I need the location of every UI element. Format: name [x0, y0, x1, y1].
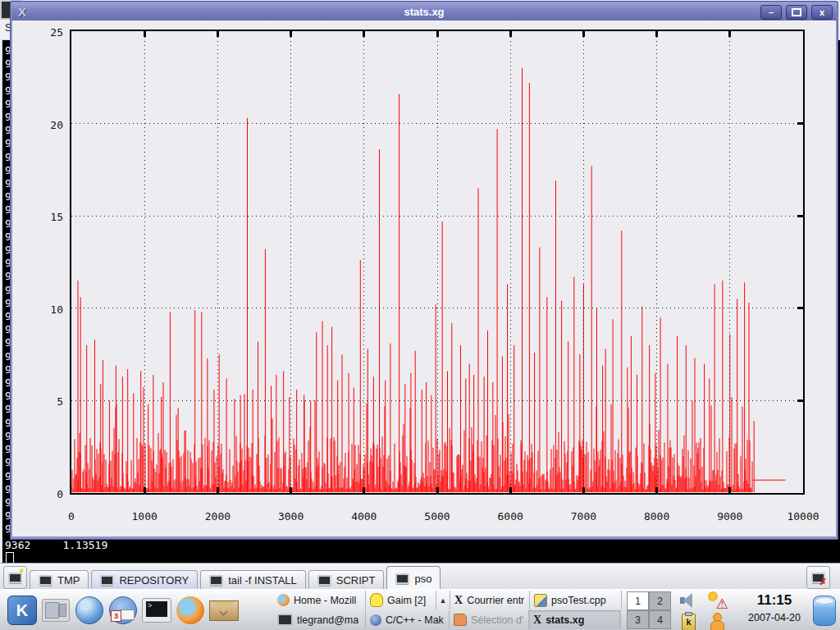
- firefox-icon: [176, 596, 204, 624]
- tab-label: SCRIPT: [336, 574, 376, 587]
- new-tab-button[interactable]: ✷: [3, 566, 27, 589]
- plot-area: 0510152025 01000200030004000500060007000…: [70, 30, 808, 542]
- pager-desktop-2[interactable]: 2: [649, 591, 671, 610]
- warning-icon[interactable]: [707, 591, 728, 610]
- task-c-c-mak[interactable]: C/C++ - Mak: [366, 610, 450, 629]
- kontact-icon: [109, 596, 137, 624]
- mail-launcher[interactable]: [208, 594, 240, 627]
- task-s-lection-d-a[interactable]: Sélection d'a: [450, 610, 529, 629]
- session-tabs: TMPREPOSITORYtail -f INSTALLSCRIPTpso: [30, 564, 441, 590]
- terminal-icon: [317, 575, 331, 586]
- kons-task-icon: [277, 614, 293, 626]
- terminal-icon: [39, 575, 52, 586]
- x-tick-label: 8000: [634, 510, 680, 523]
- ff-task-icon: [277, 594, 290, 606]
- glass-icon[interactable]: [813, 596, 836, 626]
- volume-icon[interactable]: [679, 591, 701, 610]
- maximize-icon: [792, 8, 801, 16]
- minimize-button[interactable]: –: [760, 5, 782, 20]
- window-title: stats.xg: [11, 6, 837, 18]
- konqueror-launcher[interactable]: [74, 594, 105, 627]
- y-tick-label: 0: [29, 488, 63, 500]
- task-tlegrand-ma[interactable]: tlegrand@ma: [273, 610, 366, 629]
- x-tick-label: 2000: [194, 510, 240, 523]
- tab-label: tail -f INSTALL: [228, 574, 297, 587]
- system-tray: k: [679, 591, 733, 629]
- system-launcher[interactable]: [40, 594, 71, 627]
- tab-label: TMP: [57, 574, 80, 587]
- x-tick-label: 3000: [268, 510, 314, 523]
- plot-background: 0510152025 01000200030004000500060007000…: [12, 21, 836, 536]
- cpp-task-icon: [370, 614, 381, 626]
- task-psotest-cpp[interactable]: psoTest.cpp: [530, 591, 622, 609]
- kmenu-icon: K: [7, 596, 37, 625]
- x-tick-label: 0: [48, 510, 94, 523]
- clock-applet[interactable]: 11:15 2007-04-20: [735, 591, 814, 626]
- stats-xg-window: X stats.xg – x 0510152025 01000200030004…: [11, 2, 838, 539]
- konsole-launcher[interactable]: [141, 594, 172, 627]
- pager-desktop-3[interactable]: 3: [627, 610, 649, 629]
- pager-desktop-1[interactable]: 1: [627, 591, 649, 610]
- x-tick-label: 4000: [341, 510, 387, 523]
- y-tick-label: 10: [29, 304, 63, 316]
- task-gaim-2-[interactable]: Gaim [2]: [366, 591, 436, 609]
- konsole-tabbar: ✷ TMPREPOSITORYtail -f INSTALLSCRIPTpso …: [0, 563, 840, 590]
- tab-script[interactable]: SCRIPT: [308, 570, 385, 590]
- terminal-icon: [395, 573, 409, 584]
- y-tick-label: 5: [29, 395, 63, 408]
- terminal-icon: [100, 575, 114, 586]
- close-session-x-icon: ✗: [819, 578, 827, 586]
- y-tick-label: 25: [29, 26, 63, 39]
- ark-task-icon: [454, 614, 467, 626]
- task-label: Home - Mozill: [294, 595, 356, 606]
- klipper-icon[interactable]: k: [682, 614, 696, 630]
- task-label: Courrier entr: [467, 595, 524, 606]
- task-courrier-entr[interactable]: XCourrier entr: [450, 591, 530, 609]
- y-tick-label: 20: [29, 119, 63, 131]
- task-label: Sélection d'a: [471, 614, 524, 626]
- tab-tmp[interactable]: TMP: [30, 570, 89, 590]
- close-session-button[interactable]: ✗: [806, 566, 830, 589]
- cursor-x-value: 9362: [5, 539, 30, 551]
- close-button[interactable]: x: [811, 5, 833, 20]
- tab-tail-f-install[interactable]: tail -f INSTALL: [200, 570, 306, 590]
- kontact-launcher[interactable]: [107, 594, 139, 627]
- plot-canvas[interactable]: [70, 30, 805, 495]
- new-session-sparkle-icon: ✷: [18, 568, 25, 575]
- x-tick-label: 9000: [707, 510, 753, 523]
- clock-time: 11:15: [735, 591, 814, 609]
- x-task-icon: X: [533, 614, 541, 627]
- x-task-icon: X: [454, 594, 463, 607]
- desktop-pager: 1234: [627, 591, 671, 629]
- task-label: tlegrand@ma: [297, 614, 358, 626]
- gaim-task-icon: [370, 593, 383, 607]
- taskbar-scroll-up-arrow[interactable]: ▲: [436, 591, 450, 609]
- tab-pso[interactable]: pso: [386, 566, 441, 590]
- maximize-button[interactable]: [786, 5, 807, 20]
- task-label: Gaim [2]: [387, 595, 426, 606]
- firefox-launcher[interactable]: [175, 594, 206, 627]
- person-icon[interactable]: [707, 612, 728, 630]
- terminal-icon: [209, 575, 223, 586]
- kmenu-button[interactable]: K: [7, 594, 38, 627]
- konqueror-globe-icon: [75, 596, 103, 624]
- task-home-mozill[interactable]: Home - Mozill: [273, 591, 366, 609]
- tab-label: REPOSITORY: [119, 574, 189, 587]
- x-tick-label: 5000: [414, 510, 460, 523]
- mail-envelope-icon: [209, 600, 239, 621]
- tab-repository[interactable]: REPOSITORY: [91, 570, 198, 590]
- kde-panel: K Home - MozillGaim [2]▲XCourrier entrps…: [0, 589, 840, 630]
- quick-launchers: K: [7, 594, 240, 627]
- x-tick-label: 6000: [487, 510, 533, 523]
- pager-desktop-4[interactable]: 4: [649, 610, 671, 629]
- x-tick-label: 1000: [121, 510, 167, 523]
- task-label: psoTest.cpp: [551, 595, 606, 606]
- taskbar: Home - MozillGaim [2]▲XCourrier entrpsoT…: [273, 591, 626, 630]
- y-tick-label: 15: [29, 211, 63, 223]
- task-stats-xg[interactable]: Xstats.xg: [529, 610, 621, 629]
- clock-date: 2007-04-20: [735, 609, 814, 626]
- system-icon: [42, 599, 70, 622]
- x-tick-label: 10000: [780, 510, 826, 523]
- taskbar-row-2: tlegrand@maC/C++ - MakSélection d'aXstat…: [273, 610, 626, 629]
- titlebar[interactable]: X stats.xg – x: [11, 2, 837, 21]
